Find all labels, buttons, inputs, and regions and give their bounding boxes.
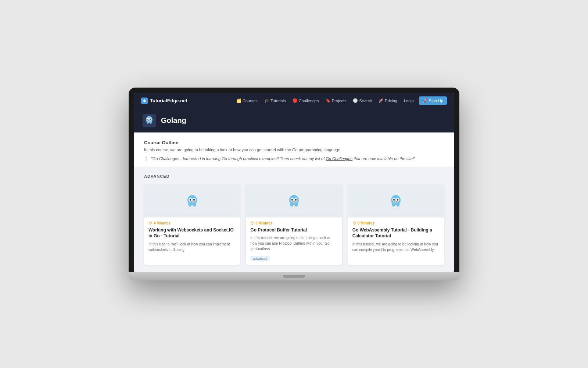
card-body: ⏱ 6 Minutes Go Protocol Buffer Tutorial … bbox=[246, 217, 342, 265]
nav-projects-label: Projects bbox=[332, 99, 347, 103]
pricing-icon: 🚀 bbox=[379, 98, 384, 103]
challenges-icon: 🔴 bbox=[293, 98, 298, 103]
page-title: Golang bbox=[161, 116, 186, 125]
clock-icon: ⏱ bbox=[352, 221, 356, 225]
svg-point-20 bbox=[193, 201, 194, 201]
nav-links: 🗂️ Courses 🎓 Tutorials 🔴 Challenges 🔖 Pr… bbox=[233, 96, 447, 105]
signup-button[interactable]: 🚀 Sign Up bbox=[419, 96, 447, 105]
card-image bbox=[348, 184, 444, 217]
svg-point-33 bbox=[397, 202, 400, 206]
card-time-value: 8 Minutes bbox=[358, 221, 374, 225]
tutorial-card[interactable]: ⏱ 8 Minutes Go WebAssembly Tutorial - Bu… bbox=[348, 184, 444, 265]
svg-point-6 bbox=[147, 118, 148, 120]
laptop-screen: ◆ TutorialEdge.net 🗂️ Courses 🎓 Tutorial… bbox=[134, 93, 454, 273]
gopher-logo bbox=[143, 114, 156, 127]
svg-point-39 bbox=[395, 201, 396, 201]
svg-point-16 bbox=[189, 199, 191, 200]
signup-icon: 🚀 bbox=[423, 98, 428, 103]
gopher-card-icon bbox=[388, 193, 404, 209]
card-time-value: 4 Minutes bbox=[154, 221, 171, 225]
card-body: ⏱ 4 Minutes Working with Websockets and … bbox=[144, 217, 240, 259]
nav-pricing-label: Pricing bbox=[385, 99, 397, 103]
nav-tutorials[interactable]: 🎓 Tutorials bbox=[261, 97, 289, 105]
logo-icon: ◆ bbox=[141, 98, 148, 104]
login-button[interactable]: Login bbox=[401, 97, 417, 105]
course-outline-heading: Course Outline bbox=[144, 140, 444, 145]
svg-point-29 bbox=[293, 201, 294, 201]
gopher-card-icon bbox=[286, 193, 302, 209]
card-title: Go WebAssembly Tutorial - Building a Cal… bbox=[352, 227, 440, 240]
svg-point-12 bbox=[188, 202, 191, 206]
svg-point-30 bbox=[294, 201, 295, 201]
nav-search-label: Search bbox=[359, 99, 372, 103]
laptop-notch bbox=[283, 275, 305, 278]
courses-icon: 🗂️ bbox=[236, 98, 241, 103]
svg-point-13 bbox=[193, 202, 196, 206]
main-content: Course Outline In this course, we are go… bbox=[134, 132, 454, 167]
course-quote-block: "Go Challenges - Interested in learning … bbox=[146, 156, 444, 161]
nav-pricing[interactable]: 🚀 Pricing bbox=[376, 97, 400, 105]
svg-point-19 bbox=[191, 201, 192, 201]
card-time-value: 6 Minutes bbox=[255, 221, 272, 225]
course-quote-text: "Go Challenges - Interested in learning … bbox=[151, 156, 444, 161]
svg-point-9 bbox=[148, 120, 149, 120]
tutorials-icon: 🎓 bbox=[264, 98, 269, 103]
card-description: In this tutorial we'll look at how you c… bbox=[148, 241, 236, 252]
card-image bbox=[144, 184, 240, 217]
search-icon: ⚪ bbox=[353, 98, 358, 103]
nav-courses[interactable]: 🗂️ Courses bbox=[233, 97, 261, 105]
gopher-card-icon bbox=[184, 193, 200, 209]
card-body: ⏱ 8 Minutes Go WebAssembly Tutorial - Bu… bbox=[348, 217, 444, 259]
clock-icon: ⏱ bbox=[250, 221, 254, 225]
tutorial-card[interactable]: ⏱ 4 Minutes Working with Websockets and … bbox=[144, 184, 240, 265]
svg-point-17 bbox=[193, 199, 194, 200]
nav-search[interactable]: ⚪ Search bbox=[350, 97, 375, 105]
card-time: ⏱ 8 Minutes bbox=[352, 221, 440, 225]
card-description: In this tutorial, we are going to be loo… bbox=[352, 241, 440, 252]
card-title: Working with Websockets and Socket.IO in… bbox=[148, 227, 236, 240]
page-header-icon bbox=[143, 114, 156, 127]
svg-point-26 bbox=[291, 199, 293, 200]
site-name: TutorialEdge.net bbox=[150, 98, 187, 103]
page-header: Golang bbox=[134, 109, 454, 132]
signup-label: Sign Up bbox=[429, 99, 443, 103]
tutorial-card[interactable]: ⏱ 6 Minutes Go Protocol Buffer Tutorial … bbox=[246, 184, 342, 265]
nav-projects[interactable]: 🔖 Projects bbox=[323, 97, 349, 105]
svg-point-27 bbox=[295, 199, 297, 200]
card-tag: advanced bbox=[250, 256, 270, 261]
svg-point-36 bbox=[393, 199, 395, 200]
clock-icon: ⏱ bbox=[148, 221, 152, 225]
nav-challenges-label: Challenges bbox=[299, 99, 319, 103]
card-time: ⏱ 6 Minutes bbox=[250, 221, 337, 225]
card-image bbox=[246, 184, 342, 217]
nav-courses-label: Courses bbox=[243, 99, 258, 103]
svg-point-22 bbox=[290, 202, 293, 206]
course-outline-description: In this course, we are going to be takin… bbox=[144, 148, 444, 152]
card-title: Go Protocol Buffer Tutorial bbox=[250, 227, 337, 233]
svg-point-37 bbox=[397, 199, 398, 200]
projects-icon: 🔖 bbox=[326, 98, 331, 103]
nav-tutorials-label: Tutorials bbox=[270, 99, 286, 103]
svg-point-7 bbox=[150, 118, 151, 120]
svg-point-40 bbox=[397, 201, 398, 201]
go-challenges-link[interactable]: Go Challenges bbox=[326, 156, 352, 161]
cards-grid: ⏱ 4 Minutes Working with Websockets and … bbox=[144, 184, 444, 265]
card-description: In this tutorial, we are going to be tak… bbox=[250, 235, 337, 252]
svg-point-10 bbox=[150, 120, 150, 120]
card-time: ⏱ 4 Minutes bbox=[148, 221, 236, 225]
nav-challenges[interactable]: 🔴 Challenges bbox=[290, 97, 322, 105]
laptop-container: ◆ TutorialEdge.net 🗂️ Courses 🎓 Tutorial… bbox=[129, 88, 459, 281]
laptop-base bbox=[129, 272, 459, 280]
site-logo[interactable]: ◆ TutorialEdge.net bbox=[141, 98, 187, 104]
svg-point-23 bbox=[294, 202, 298, 206]
navbar: ◆ TutorialEdge.net 🗂️ Courses 🎓 Tutorial… bbox=[134, 93, 454, 109]
section-label: ADVANCED bbox=[144, 174, 444, 178]
svg-point-32 bbox=[392, 202, 395, 206]
advanced-section: ADVANCED bbox=[134, 167, 454, 273]
